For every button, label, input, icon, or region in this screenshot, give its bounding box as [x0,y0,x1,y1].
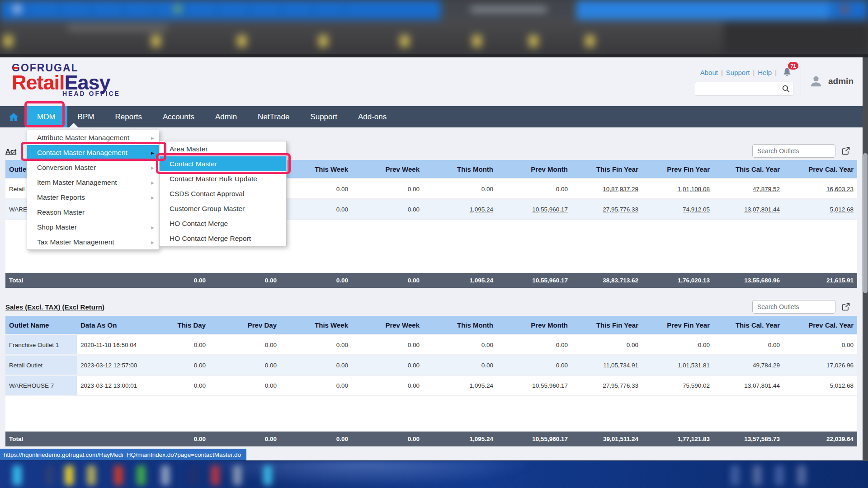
menu-item-conversion-master[interactable]: Conversion Master▸ [27,160,159,175]
global-search-input[interactable] [695,82,793,96]
logo-g-dash [13,67,18,69]
menu-item-shop-master[interactable]: Shop Master▸ [27,220,159,235]
user-avatar-icon [808,74,824,89]
table-row: Retail Outlet2023-03-12 12:57:000.000.00… [5,356,857,375]
table-cell: 22,039.64 [783,436,857,442]
table-cell: 0.00 [280,362,352,369]
amount-link[interactable]: 1,01,108.08 [642,186,713,192]
table-cell: 0.00 [280,382,352,389]
table-cell: 0.00 [423,186,497,192]
column-header: Prev Week [352,165,423,173]
menu-item-item-master-management[interactable]: Item Master Management▸ [27,175,159,190]
username: admin [828,76,854,86]
menu-item-label: Attribute Master Management [37,134,129,142]
support-link[interactable]: Support [726,69,750,76]
table-cell: Total [5,436,77,442]
menu-item-area-master[interactable]: Area Master [160,141,286,156]
table-cell: 1,76,020.13 [642,277,713,284]
table-cell: 27,95,776.33 [571,382,642,389]
nav-item-reports[interactable]: Reports [104,106,152,127]
menu-item-attribute-master-management[interactable]: Attribute Master Management▸ [27,130,159,145]
outlet-search-input[interactable] [752,300,835,314]
table-cell: 10,55,960.17 [497,382,571,389]
table-empty-area [5,396,857,432]
amount-link[interactable]: 16,603.23 [783,186,857,192]
table-cell: 0.00 [571,342,642,348]
head-office-label: HEAD OFFICE [62,90,120,97]
amount-link[interactable]: 1,095.24 [423,206,497,213]
table-header-row: Outlet NameData As OnThis DayPrev DayThi… [5,316,857,334]
menu-item-reason-master[interactable]: Reason Master [27,205,159,220]
user-menu[interactable]: admin [808,74,862,89]
table-total-row: Total0.000.000.000.001,095.2410,55,960.1… [5,432,857,446]
table-cell: 21,615.91 [783,277,857,284]
amount-link[interactable]: 10,55,960.17 [497,206,571,213]
column-header: This Month [423,165,497,173]
column-header: Prev Day [209,321,280,329]
table-cell: 0.00 [423,362,497,369]
table-cell: 13,55,680.96 [713,277,783,284]
nav-item-add-ons[interactable]: Add-ons [348,106,397,127]
menu-item-label: Area Master [170,145,208,153]
menu-item-contact-master-management[interactable]: Contact Master Management▸ [27,145,159,160]
scrollbar-thumb[interactable] [863,153,868,293]
contact-master-submenu: Area MasterContact MasterContact Master … [159,141,287,246]
nav-item-mdm[interactable]: MDM [25,106,67,127]
amount-link[interactable]: 27,95,776.33 [571,206,642,213]
link-url-statusbar: https://hqonlinedemo.gofrugal.com/RayMed… [0,449,246,460]
outlet-search-input[interactable] [752,144,835,158]
dropdown-caret [69,123,78,127]
notifications-button[interactable]: 71 [782,67,793,78]
nav-item-support[interactable]: Support [300,106,348,127]
search-icon[interactable] [782,84,790,95]
menu-item-master-reports[interactable]: Master Reports▸ [27,190,159,205]
menu-item-ho-contact-merge-report[interactable]: HO Contact Merge Report [160,231,286,246]
menu-item-tax-master-management[interactable]: Tax Master Management▸ [27,235,159,249]
expand-button[interactable] [841,146,851,156]
help-link[interactable]: Help [758,69,772,76]
nav-item-admin[interactable]: Admin [205,106,247,127]
amount-link[interactable]: 74,912.05 [642,206,713,213]
table-cell: 2020-11-18 16:50:04 [77,342,149,348]
menu-item-label: Master Reports [37,193,85,202]
table-cell: Franchise Outlet 1 [5,335,77,354]
submenu-arrow-icon: ▸ [151,149,154,156]
table-cell: 0.00 [497,342,571,348]
menu-item-csds-contact-approval[interactable]: CSDS Contact Approval [160,186,286,201]
nav-item-nettrade[interactable]: NetTrade [247,106,300,127]
column-header: Outlet Name [5,321,77,329]
menu-item-contact-master-bulk-update[interactable]: Contact Master Bulk Update [160,171,286,186]
gofrugal-logo: GOFRUGAL RetailEasy HEAD OFFICE [12,62,120,97]
table-cell: 1,01,531.81 [642,362,713,369]
table-cell: 0.00 [783,342,857,348]
menu-item-contact-master[interactable]: Contact Master [160,156,286,171]
nav-item-accounts[interactable]: Accounts [152,106,205,127]
table-cell: 0.00 [642,342,713,348]
table-cell: 17,026.96 [783,362,857,369]
expand-button[interactable] [841,302,851,312]
table-total-row: Total0.000.000.000.001,095.2410,55,960.1… [5,273,857,288]
about-link[interactable]: About [700,69,718,76]
amount-link[interactable]: 47,879.52 [713,186,783,192]
amount-link[interactable]: 10,87,937.29 [571,186,642,192]
table-cell: Retail Outlet [5,356,77,375]
table-cell: 0.00 [352,277,423,284]
home-button[interactable] [8,112,19,122]
amount-link[interactable]: 5,012.68 [783,206,857,213]
menu-item-label: HO Contact Merge [170,220,228,228]
main-nav-items: MDMBPMReportsAccountsAdminNetTradeSuppor… [25,106,397,127]
page-scrollbar[interactable] [863,57,868,461]
menu-item-ho-contact-merge[interactable]: HO Contact Merge [160,216,286,231]
amount-link[interactable]: 13,07,801.44 [713,206,783,213]
blurred-chrome-content [0,0,868,57]
column-header: Data As On [77,321,149,329]
menu-item-customer-group-master[interactable]: Customer Group Master [160,201,286,216]
external-link-icon [841,146,850,155]
table-cell: 0.00 [209,362,280,369]
menu-item-label: Contact Master Management [37,149,127,157]
column-header: This Cal. Year [713,321,783,329]
column-header: This Day [149,321,209,329]
table-cell: 0.00 [209,342,280,348]
table-cell: 0.00 [209,277,280,284]
table-cell: Total [5,277,77,284]
